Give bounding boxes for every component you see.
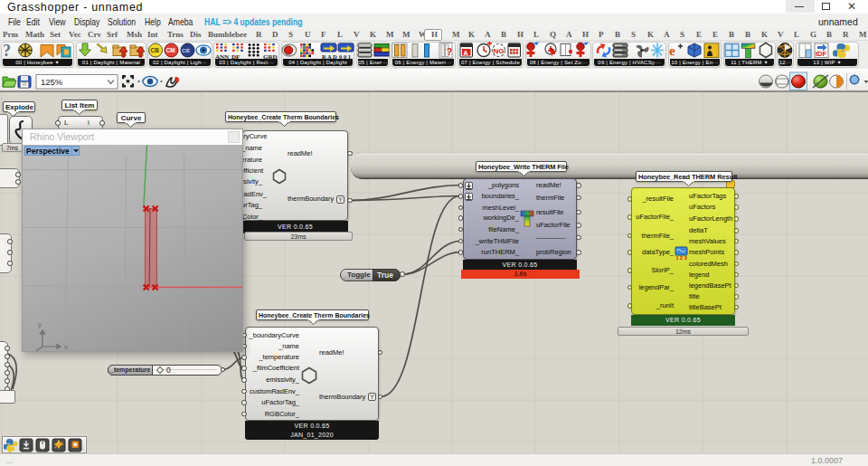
svg-text:?: ? xyxy=(3,42,11,60)
svg-text:125%: 125% xyxy=(41,77,63,87)
svg-text:DF: DF xyxy=(231,53,240,61)
svg-text:z: z xyxy=(33,349,37,351)
svg-text:0 0 1: 0 0 1 xyxy=(339,53,351,60)
svg-text:x: x xyxy=(64,343,68,351)
svg-text:y: y xyxy=(38,320,42,328)
svg-text:?: ? xyxy=(447,47,452,57)
svg-text:CM: CM xyxy=(166,47,175,53)
svg-text:IDF: IDF xyxy=(816,50,827,58)
svg-text:NG: NG xyxy=(494,47,505,55)
svg-text:GRD: GRD xyxy=(263,53,278,61)
svg-text:CIE: CIE xyxy=(182,48,191,53)
svg-text:R A D: R A D xyxy=(322,53,337,60)
svg-text:ANN: ANN xyxy=(215,53,229,61)
svg-text:1 2 3: 1 2 3 xyxy=(676,255,687,261)
svg-text:e: e xyxy=(669,43,675,58)
svg-text:CB: CB xyxy=(151,47,160,53)
svg-text:A: A xyxy=(464,50,468,56)
